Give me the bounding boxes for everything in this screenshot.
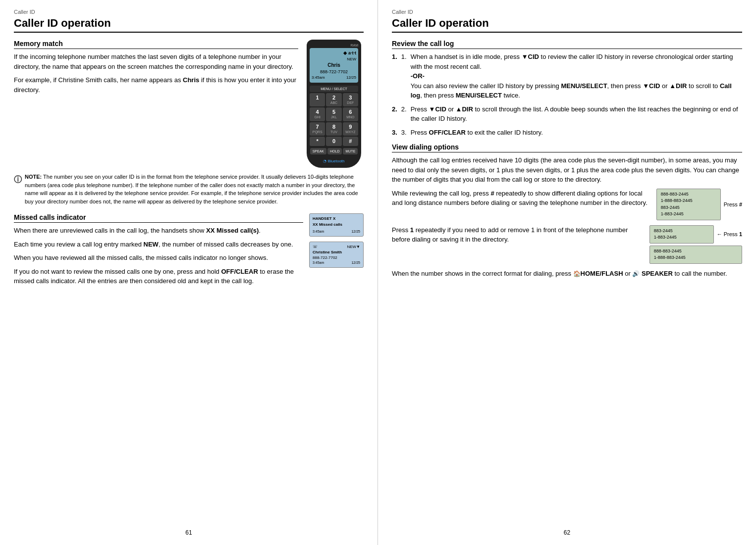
press-1-top: 883-2445 1-883-2445 ← Press 1 — [649, 225, 742, 244]
key-1: 1 — [310, 93, 325, 107]
missed-calls-heading: Missed calls indicator — [14, 213, 303, 223]
info-icon: ⓘ — [14, 174, 22, 205]
new-badge: NEW — [312, 56, 356, 62]
view-dialing-heading: View dialing options — [392, 143, 742, 152]
memory-match-para1: If the incoming telephone number matches… — [14, 52, 298, 71]
view-dialing-para2: While reviewing the call log, press # re… — [392, 189, 648, 208]
hash-line3: 883-2445 — [661, 204, 716, 211]
missed-calls-para1: When there are unreviewed calls in the c… — [14, 226, 303, 236]
key-3: 3DEF — [343, 93, 358, 107]
review-step-1: 1. When a handset is in idle mode, press… — [392, 52, 742, 100]
ram-label: RAM — [310, 44, 358, 47]
screen2-icon: ☏ — [313, 244, 318, 249]
call-time: 3:45am 12/25 — [312, 75, 356, 80]
missed-calls-para4: If you do not want to review the missed … — [14, 267, 303, 286]
key-5: 5JKL — [326, 107, 341, 121]
phone-handset: RAM ◆ a·t·t NEW Chris 888-722-7702 3:45a… — [307, 40, 361, 168]
view-dialing-para4: When the number shows in the correct for… — [392, 269, 742, 279]
note-text: NOTE: The number you see on your caller … — [25, 173, 364, 205]
step1-content: When a handset is in idle mode, press ▼C… — [411, 52, 742, 100]
screen2-new: NEW▼ — [347, 244, 360, 249]
view-dialing-para1: Although the call log entries received h… — [392, 155, 742, 185]
review-call-log-heading: Review the call log — [392, 40, 742, 49]
caller-number: 888-722-7702 — [312, 69, 356, 75]
key-8: 8TUV — [326, 122, 341, 136]
missed-calls-para2: Each time you review a call log entry ma… — [14, 240, 303, 249]
view-dialing-para3: Press 1 repeatedly if you need to add or… — [392, 225, 642, 245]
right-page: Caller ID Caller ID operation Review the… — [378, 0, 756, 545]
review-call-log-section: Review the call log 1. When a handset is… — [392, 40, 742, 137]
right-page-number: 62 — [564, 529, 570, 536]
press-hash-label-col: Press # — [724, 200, 742, 208]
screen2-time: 3:45am 12/25 — [313, 260, 360, 265]
menu-select-button: MENU / SELECT — [310, 86, 358, 92]
press1-bot-line2: 1-888-883-2445 — [654, 254, 738, 261]
dialing-screen-1-bottom: 888-883-2445 1-888-883-2445 — [649, 246, 742, 264]
bluetooth-label: ◔ Bluetooth — [310, 156, 358, 164]
screen2-top: ☏ NEW▼ — [313, 244, 360, 249]
review-step-3: 3. Press OFF/CLEAR to exit the caller ID… — [392, 128, 742, 138]
memory-match-section: Memory match If the incoming telephone n… — [14, 40, 364, 168]
review-steps-list: 1. When a handset is in idle mode, press… — [392, 52, 742, 137]
missed-calls-section: Missed calls indicator When there are un… — [14, 213, 364, 290]
key-hold: HOLD — [327, 148, 342, 154]
key-0: 0 — [326, 137, 341, 146]
left-page: Caller ID Caller ID operation Memory mat… — [0, 0, 378, 545]
missed-calls-para3: When you have reviewed all the missed ca… — [14, 253, 303, 263]
press-hash-diagram: 888-883-2445 1-888-883-2445 883-2445 1-8… — [656, 189, 742, 220]
key-speak: SPEAK — [310, 148, 326, 154]
screen2-name: Christine Smith — [313, 249, 360, 255]
key-4: 4GHI — [310, 107, 325, 121]
caller-name: Chris — [312, 62, 356, 69]
att-logo: ◆ a·t·t — [312, 50, 356, 56]
key-7: 7PQRS — [310, 122, 325, 136]
missed-calls-screen2: ☏ NEW▼ Christine Smith 888-722-7702 3:45… — [309, 242, 364, 268]
review-step-2: 2. Press ▼CID or ▲DIR to scroll through … — [392, 104, 742, 124]
missed-calls-text: Missed calls indicator When there are un… — [14, 213, 303, 290]
press-1-arrow: ← Press 1 — [717, 231, 742, 237]
right-page-title: Caller ID operation — [392, 17, 742, 33]
press-hash-row: While reviewing the call log, press # re… — [392, 189, 742, 220]
phone-screen: ◆ a·t·t NEW Chris 888-722-7702 3:45am 12… — [310, 48, 358, 83]
hash-line2: 1-888-883-2445 — [661, 198, 716, 204]
missed-calls-screen1: HANDSET X XX Missed calls 3:45am 12/25 — [309, 213, 364, 236]
right-page-label: Caller ID — [392, 9, 742, 15]
step1-number: 1. — [401, 52, 407, 100]
key-hash: # — [343, 137, 358, 146]
key-mute: MUTE — [343, 148, 358, 154]
screen2-number: 888-722-7702 — [313, 255, 360, 260]
speaker-icon: 🔊 — [632, 270, 640, 277]
missed-calls-content: Missed calls indicator When there are un… — [14, 213, 364, 290]
key-9: 9WXYZ — [343, 122, 358, 136]
step3-number: 3. — [401, 128, 407, 138]
left-page-title: Caller ID operation — [14, 17, 364, 33]
screen1-line1: HANDSET X — [313, 216, 360, 221]
press-1-row: Press 1 repeatedly if you need to add or… — [392, 225, 742, 264]
hash-line4: 1-883-2445 — [661, 211, 716, 218]
press1-top-line1: 883-2445 — [654, 228, 709, 235]
screen1-line2: XX Missed calls — [313, 222, 360, 227]
memory-match-para2: For example, if Christine Smith calls, h… — [14, 75, 298, 95]
view-dialing-section: View dialing options Although the call l… — [392, 143, 742, 278]
missed-calls-screens: HANDSET X XX Missed calls 3:45am 12/25 ☏… — [309, 213, 364, 290]
hash-line1: 888-883-2445 — [661, 191, 716, 198]
memory-match-text: Memory match If the incoming telephone n… — [14, 40, 298, 168]
step2-number: 2. — [401, 104, 407, 124]
bottom-function-keys: SPEAK HOLD MUTE — [310, 148, 358, 154]
dialing-screen-hash: 888-883-2445 1-888-883-2445 883-2445 1-8… — [656, 189, 721, 220]
left-page-number: 61 — [185, 529, 192, 536]
press-1-diagram: 883-2445 1-883-2445 ← Press 1 888-883-24… — [649, 225, 742, 264]
phone-handset-image: RAM ◆ a·t·t NEW Chris 888-722-7702 3:45a… — [304, 40, 364, 168]
press1-top-line2: 1-883-2445 — [654, 234, 709, 241]
press-hash-label: Press # — [724, 201, 742, 207]
key-star: * — [310, 137, 325, 146]
press1-bot-line1: 888-883-2445 — [654, 248, 738, 255]
key-2: 2ABC — [326, 93, 341, 107]
note-box: ⓘ NOTE: The number you see on your calle… — [14, 173, 364, 205]
screen1-time: 3:45am 12/25 — [313, 229, 360, 234]
key-6: 6MNO — [343, 107, 358, 121]
step3-content: Press OFF/CLEAR to exit the caller ID hi… — [411, 128, 543, 138]
step2-content: Press ▼CID or ▲DIR to scroll through the… — [411, 104, 742, 124]
left-page-label: Caller ID — [14, 9, 364, 15]
phone-keypad: 1 2ABC 3DEF 4GHI 5JKL 6MNO 7PQRS 8TUV 9W… — [310, 93, 358, 147]
